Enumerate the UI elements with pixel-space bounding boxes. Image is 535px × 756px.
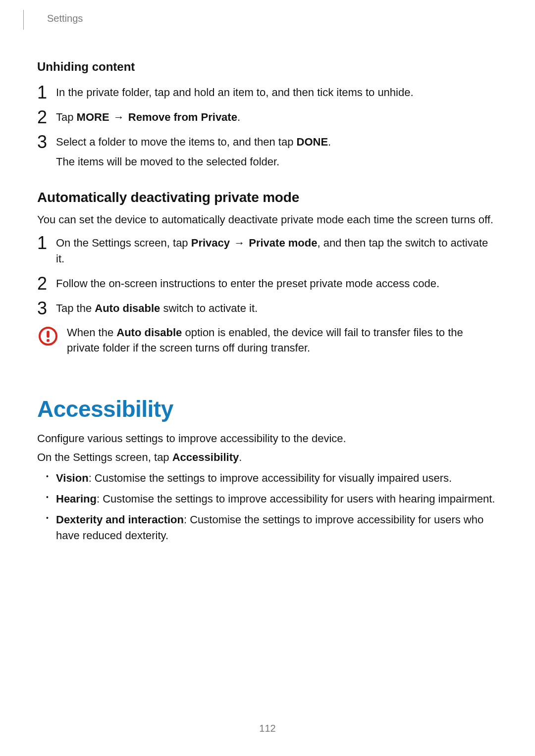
step-number: 3 — [37, 129, 47, 155]
unhiding-step-seg-text: In the private folder, tap and hold an i… — [56, 86, 414, 99]
bullet-text: : Customise the settings to improve acce… — [97, 493, 495, 505]
step-number: 2 — [37, 271, 47, 297]
step-body: Select a folder to move the items to, an… — [56, 136, 331, 148]
auto-deactivate-step-seg-bold: Auto disable — [95, 302, 160, 314]
step-body: Tap the Auto disable switch to activate … — [56, 302, 258, 314]
heading-unhiding-content: Unhiding content — [37, 60, 498, 74]
auto-deactivate-step: 3Tap the Auto disable switch to activate… — [37, 301, 498, 316]
intro2-text: On the Settings screen, tap — [37, 451, 172, 463]
page-number: 112 — [0, 723, 535, 734]
step-body: Tap MORE → Remove from Private. — [56, 111, 240, 123]
intro-accessibility-1: Configure various settings to improve ac… — [37, 431, 498, 447]
callout-text: When the — [67, 326, 116, 339]
arrow-icon: → — [109, 111, 128, 123]
auto-deactivate-step: 1On the Settings screen, tap Privacy → P… — [37, 235, 498, 267]
unhiding-step-seg-text: . — [328, 136, 331, 148]
intro-accessibility-2: On the Settings screen, tap Accessibilit… — [37, 450, 498, 465]
bullet-bold: Dexterity and interaction — [56, 513, 184, 526]
steps-unhiding-content: 1In the private folder, tap and hold an … — [37, 85, 498, 170]
heading-accessibility: Accessibility — [37, 396, 498, 422]
intro-auto-deactivate: You can set the device to automatically … — [37, 212, 498, 228]
step-number: 2 — [37, 104, 47, 130]
auto-deactivate-step-seg-bold: Private mode — [249, 237, 317, 249]
auto-deactivate-step-seg-text: On the Settings screen, tap — [56, 237, 191, 249]
intro2-bold: Accessibility — [172, 451, 239, 463]
auto-deactivate-step-seg-bold: Privacy — [191, 237, 230, 249]
header-section-label: Settings — [37, 13, 83, 24]
svg-rect-1 — [47, 331, 50, 338]
bullet-text: : Customise the settings to improve acce… — [89, 472, 452, 484]
unhiding-step: 2Tap MORE → Remove from Private. — [37, 109, 498, 125]
unhiding-step-seg-bold: MORE — [77, 111, 109, 123]
unhiding-step: 1In the private folder, tap and hold an … — [37, 85, 498, 101]
list-item: Dexterity and interaction: Customise the… — [37, 512, 498, 544]
page-header: Settings — [37, 0, 498, 24]
step-subtext: The items will be moved to the selected … — [56, 154, 498, 170]
bullet-bold: Hearing — [56, 493, 97, 505]
callout-warning: When the Auto disable option is enabled,… — [37, 325, 498, 356]
list-item: Hearing: Customise the settings to impro… — [37, 491, 498, 507]
auto-deactivate-step-seg-text: Follow the on-screen instructions to ent… — [56, 277, 439, 290]
list-accessibility-options: Vision: Customise the settings to improv… — [37, 470, 498, 544]
unhiding-step-seg-bold: Remove from Private — [128, 111, 237, 123]
step-body: On the Settings screen, tap Privacy → Pr… — [56, 237, 488, 265]
unhiding-step-seg-bold: DONE — [297, 136, 328, 148]
callout-text: When the Auto disable option is enabled,… — [67, 325, 498, 356]
heading-auto-deactivate: Automatically deactivating private mode — [37, 190, 498, 205]
step-number: 1 — [37, 80, 47, 105]
step-body: In the private folder, tap and hold an i… — [56, 86, 414, 99]
intro2-text: . — [239, 451, 242, 463]
header-rule — [23, 10, 24, 30]
warning-icon — [38, 326, 58, 346]
auto-deactivate-step-seg-text: switch to activate it. — [160, 302, 258, 314]
bullet-bold: Vision — [56, 472, 89, 484]
svg-rect-2 — [47, 339, 50, 342]
list-item: Vision: Customise the settings to improv… — [37, 470, 498, 486]
unhiding-step-seg-text: . — [237, 111, 240, 123]
auto-deactivate-step-seg-text: Tap the — [56, 302, 95, 314]
unhiding-step-seg-text: Tap — [56, 111, 77, 123]
step-body: Follow the on-screen instructions to ent… — [56, 277, 439, 290]
document-page: Settings Unhiding content 1In the privat… — [0, 0, 535, 756]
unhiding-step-seg-text: Select a folder to move the items to, an… — [56, 136, 297, 148]
arrow-icon: → — [230, 237, 249, 249]
auto-deactivate-step: 2Follow the on-screen instructions to en… — [37, 276, 498, 292]
steps-auto-deactivate: 1On the Settings screen, tap Privacy → P… — [37, 235, 498, 316]
step-number: 3 — [37, 296, 47, 321]
unhiding-step: 3Select a folder to move the items to, a… — [37, 134, 498, 170]
step-number: 1 — [37, 230, 47, 256]
callout-bold: Auto disable — [116, 326, 182, 339]
